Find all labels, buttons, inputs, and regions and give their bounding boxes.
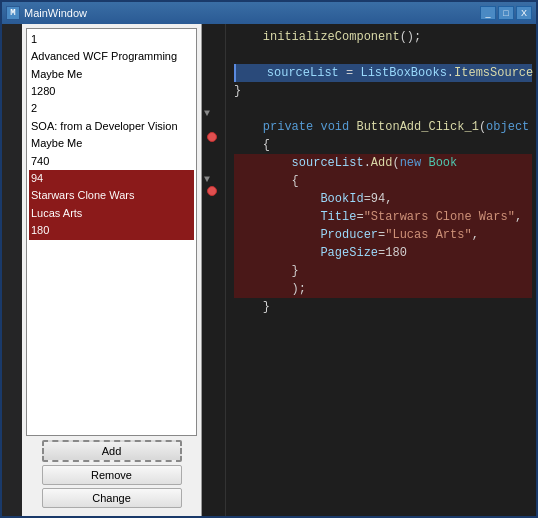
list-item-selected[interactable]: 180 bbox=[29, 222, 194, 239]
code-line-highlight: } bbox=[234, 262, 532, 280]
code-editor: ▼ ▼ initializeComponent(); sourceList = … bbox=[202, 24, 536, 516]
window-controls: _ □ X bbox=[480, 6, 532, 20]
list-item[interactable]: 2 bbox=[29, 100, 194, 117]
left-edge-panel bbox=[2, 24, 22, 516]
editor-gutter: ▼ ▼ bbox=[202, 24, 226, 516]
code-line: private void ButtonAdd_Click_1(object se… bbox=[234, 118, 532, 136]
code-line-highlight: { bbox=[234, 172, 532, 190]
code-line-highlight: sourceList = ListBoxBooks.ItemsSource as… bbox=[234, 64, 532, 82]
change-button[interactable]: Change bbox=[42, 488, 182, 508]
listbox[interactable]: 1 Advanced WCF Programming Maybe Me 1280… bbox=[26, 28, 197, 436]
code-line: } bbox=[234, 298, 532, 316]
window-title: MainWindow bbox=[24, 7, 476, 19]
list-item[interactable]: Advanced WCF Programming bbox=[29, 48, 194, 65]
minimize-button[interactable]: _ bbox=[480, 6, 496, 20]
code-line-highlight: Title="Starwars Clone Wars", bbox=[234, 208, 532, 226]
close-button[interactable]: X bbox=[516, 6, 532, 20]
code-line-highlight: sourceList.Add(new Book bbox=[234, 154, 532, 172]
code-line bbox=[234, 100, 532, 118]
wpf-preview-panel: 1 Advanced WCF Programming Maybe Me 1280… bbox=[22, 24, 202, 516]
remove-button[interactable]: Remove bbox=[42, 465, 182, 485]
list-item[interactable]: Maybe Me bbox=[29, 66, 194, 83]
expand-arrow[interactable]: ▼ bbox=[204, 174, 210, 185]
button-group: Add Remove Change bbox=[26, 436, 197, 512]
list-item[interactable]: 1 bbox=[29, 31, 194, 48]
list-item[interactable]: 740 bbox=[29, 153, 194, 170]
list-item-selected[interactable]: Starwars Clone Wars bbox=[29, 187, 194, 204]
list-item-selected[interactable]: 94 bbox=[29, 170, 194, 187]
add-button[interactable]: Add bbox=[42, 440, 182, 462]
expand-arrow[interactable]: ▼ bbox=[204, 108, 210, 119]
code-editor-panel: ▼ ▼ initializeComponent(); sourceList = … bbox=[202, 24, 536, 516]
code-line-highlight: PageSize=180 bbox=[234, 244, 532, 262]
list-item[interactable]: Maybe Me bbox=[29, 135, 194, 152]
code-line: } bbox=[234, 82, 532, 100]
code-content: initializeComponent(); sourceList = List… bbox=[226, 24, 536, 516]
code-line-highlight: BookId=94, bbox=[234, 190, 532, 208]
code-line bbox=[234, 46, 532, 64]
code-line: { bbox=[234, 136, 532, 154]
code-line-highlight: ); bbox=[234, 280, 532, 298]
app-icon: M bbox=[6, 6, 20, 20]
list-item-selected[interactable]: Lucas Arts bbox=[29, 205, 194, 222]
code-line: initializeComponent(); bbox=[234, 28, 532, 46]
breakpoint-dot[interactable] bbox=[207, 186, 217, 196]
title-bar: M MainWindow _ □ X bbox=[2, 2, 536, 24]
list-item[interactable]: SOA: from a Developer Vision bbox=[29, 118, 194, 135]
list-item[interactable]: 1280 bbox=[29, 83, 194, 100]
code-line-highlight: Producer="Lucas Arts", bbox=[234, 226, 532, 244]
breakpoint-dot[interactable] bbox=[207, 132, 217, 142]
maximize-button[interactable]: □ bbox=[498, 6, 514, 20]
